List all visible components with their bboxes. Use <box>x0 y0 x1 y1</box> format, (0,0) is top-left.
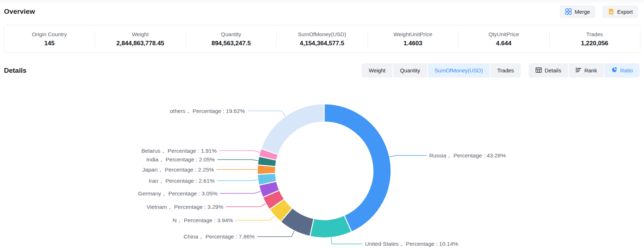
stat-label: Trades <box>549 31 640 37</box>
stat-label: Quantity <box>186 31 276 37</box>
view-tab-label: Ratio <box>620 67 633 73</box>
topbar-actions: Merge Export <box>560 5 638 18</box>
pie-label-china: China， Percentage : 7.86% <box>184 233 255 240</box>
pie-label-line-russia <box>390 155 427 157</box>
pie-label-russia: Russia， Percentage : 43.28% <box>429 152 506 159</box>
pie-label-vietnam: Vietnam， Percentage : 3.29% <box>146 204 223 210</box>
stat-qty-unit-price: QtyUnitPrice 4.644 <box>458 31 549 47</box>
stat-label: WeightUnitPrice <box>368 31 458 37</box>
pie-label-united-states: United States， Percentage : 10.14% <box>365 241 458 247</box>
pie-label-line-belarus <box>219 151 260 152</box>
pie-label-line-vietnam <box>226 203 266 207</box>
stat-label: SumOfMoney(USD) <box>276 31 367 37</box>
topbar: Overview Merge <box>0 0 644 18</box>
pie-label-line-n <box>236 216 275 220</box>
view-tab-label: Rank <box>584 67 597 73</box>
tab-quantity[interactable]: Quantity <box>393 63 427 77</box>
stat-sum-of-money: SumOfMoney(USD) 4,154,364,577.5 <box>276 31 367 47</box>
tab-weight[interactable]: Weight <box>362 63 392 77</box>
tab-label: Trades <box>497 67 514 73</box>
pie-label-line-china <box>257 231 295 237</box>
pie-label-n: N， Percentage : 3.94% <box>173 217 233 223</box>
tab-label: SumOfMoney(USD) <box>435 67 483 73</box>
stat-value: 145 <box>4 40 95 47</box>
ratio-icon <box>611 67 617 74</box>
pie-label-line-others <box>248 111 285 116</box>
pie-label-others: others， Percentage : 19.62% <box>170 108 245 114</box>
export-button-label: Export <box>617 9 633 15</box>
pie-slice-russia[interactable] <box>324 104 391 232</box>
stat-value: 2,844,863,778.45 <box>95 40 185 47</box>
pie-slice-united-states[interactable] <box>310 215 352 238</box>
tab-sum-of-money[interactable]: SumOfMoney(USD) <box>428 63 490 77</box>
pie-label-line-united-states <box>331 237 362 244</box>
pie-slice-others[interactable] <box>261 104 324 155</box>
merge-button[interactable]: Merge <box>560 5 596 18</box>
pie-label-india: India， Percentage : 2.05% <box>146 156 215 163</box>
stat-value: 1,220,056 <box>549 40 640 47</box>
details-header: Details Weight Quantity SumOfMoney(USD) … <box>0 63 644 78</box>
pie-label-germany: Germany， Percentage : 3.05% <box>138 190 218 197</box>
pie-label-line-india <box>217 160 258 161</box>
page-title: Overview <box>4 8 35 16</box>
merge-icon <box>565 8 572 15</box>
pie-label-line-germany <box>220 191 261 194</box>
trade-dashboard: Overview Merge <box>0 0 644 249</box>
view-tab-group: Details Rank <box>529 63 640 77</box>
stat-trades: Trades 1,220,056 <box>549 31 640 47</box>
pie-label-belarus: Belarus， Percentage : 1.91% <box>141 148 217 154</box>
overview-stats-card: Origin Country 145 Weight 2,844,863,778.… <box>4 25 640 53</box>
table-icon <box>536 67 542 74</box>
stat-value: 4,154,364,577.5 <box>276 40 367 47</box>
export-button[interactable]: Export <box>602 5 638 18</box>
tab-trades[interactable]: Trades <box>490 63 521 77</box>
view-tab-ratio[interactable]: Ratio <box>605 63 640 77</box>
pie-label-iran: Iran， Percentage : 2.61% <box>149 178 215 184</box>
view-tab-rank[interactable]: Rank <box>569 63 604 77</box>
stat-weight: Weight 2,844,863,778.45 <box>95 31 185 47</box>
stat-value: 1.4603 <box>368 40 458 47</box>
stat-label: QtyUnitPrice <box>458 31 549 37</box>
stat-label: Weight <box>95 31 185 37</box>
tab-label: Weight <box>369 67 385 73</box>
pie-label-japan: Japan， Percentage : 2.25% <box>142 166 214 173</box>
details-controls: Weight Quantity SumOfMoney(USD) Trades <box>362 63 640 77</box>
view-tab-details[interactable]: Details <box>529 63 568 77</box>
stat-weight-unit-price: WeightUnitPrice 1.4603 <box>368 31 458 47</box>
view-tab-label: Details <box>545 67 561 73</box>
export-icon <box>608 8 614 15</box>
stat-value: 894,563,247.5 <box>186 40 276 47</box>
details-title: Details <box>4 67 26 75</box>
stat-origin-country: Origin Country 145 <box>4 31 95 47</box>
rank-icon <box>576 67 581 74</box>
stat-value: 4.644 <box>458 40 549 47</box>
stat-quantity: Quantity 894,563,247.5 <box>186 31 276 47</box>
merge-button-label: Merge <box>575 9 590 15</box>
stat-label: Origin Country <box>4 31 95 37</box>
pie-label-line-iran <box>217 180 258 181</box>
tab-label: Quantity <box>400 67 420 73</box>
metric-tab-group: Weight Quantity SumOfMoney(USD) Trades <box>362 63 521 77</box>
